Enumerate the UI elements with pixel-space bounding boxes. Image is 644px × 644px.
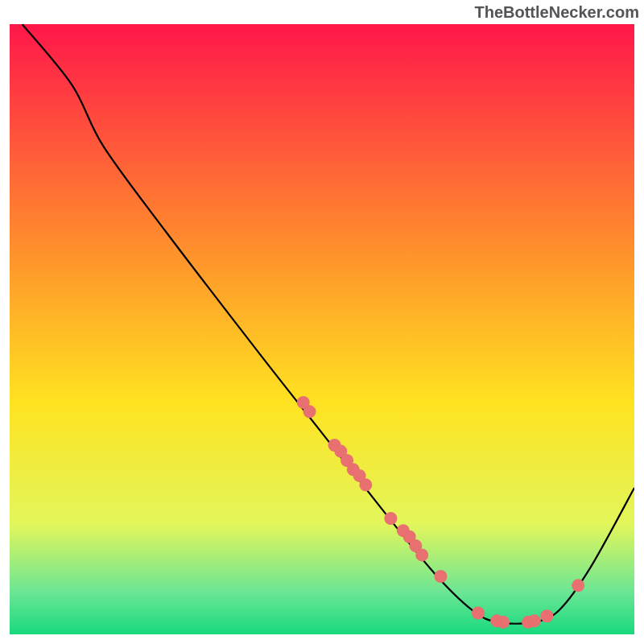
data-point (572, 579, 584, 592)
data-point (540, 609, 553, 622)
chart-plot-area (10, 24, 634, 634)
data-point (472, 606, 485, 619)
data-point (415, 548, 428, 561)
chart-svg (10, 24, 634, 634)
data-point (359, 478, 372, 491)
chart-background-gradient (10, 24, 634, 634)
data-point (384, 512, 397, 525)
attribution-text: TheBottleNecker.com (474, 3, 639, 22)
data-point (497, 616, 510, 629)
data-point (528, 614, 541, 627)
data-point (303, 405, 316, 418)
data-point (434, 570, 447, 583)
